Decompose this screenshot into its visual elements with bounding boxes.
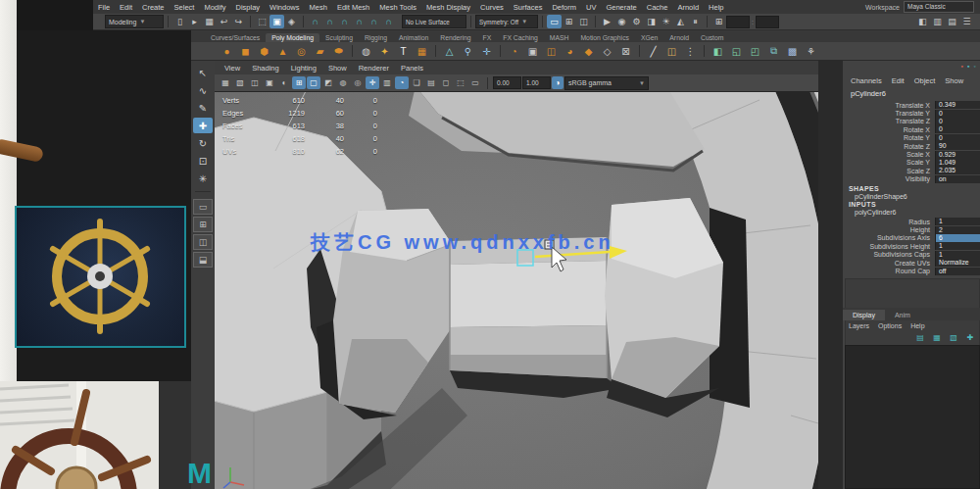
poly-disc-icon[interactable]: ⬬ <box>330 43 347 59</box>
shelf-tab[interactable]: FX <box>477 33 498 42</box>
channel-rotate-y[interactable]: Rotate Y 0 <box>843 134 980 142</box>
channel-scale-y[interactable]: Scale Y 1.049 <box>843 159 980 167</box>
symmetry-dropdown[interactable]: Symmetry: Off▼ <box>475 15 538 28</box>
open-scene-icon[interactable]: ▸ <box>187 15 202 28</box>
snap-to-grid-icon[interactable]: ∩ <box>308 15 322 28</box>
smooth-icon[interactable]: ◕ <box>562 43 578 59</box>
sculpt-mesh-icon[interactable]: ◰ <box>747 43 763 59</box>
poly-sphere-icon[interactable]: ● <box>219 43 235 59</box>
select-object-icon[interactable]: ▣ <box>270 15 284 28</box>
bridge-icon[interactable]: ◇ <box>599 43 615 59</box>
panel-menu-item[interactable]: Show <box>328 64 347 73</box>
reference-image-brass-wheel[interactable] <box>15 206 186 348</box>
lock-camera-icon[interactable]: ▧ <box>233 76 247 89</box>
channel-box-menu-item[interactable]: Channels <box>851 76 882 85</box>
select-component-icon[interactable]: ◈ <box>284 15 299 28</box>
motion-blur-icon[interactable]: ◔ <box>395 76 409 89</box>
channel-box-menu-item[interactable]: Object <box>914 76 936 85</box>
shape-node-name[interactable]: pCylinderShape6 <box>855 193 907 200</box>
poly-torus-icon[interactable]: ◎ <box>293 43 310 59</box>
channel-scale-z[interactable]: Scale Z 2.035 <box>843 167 980 174</box>
reference-image-wooden-wheel[interactable] <box>0 381 159 489</box>
shelf-tab[interactable]: Animation <box>393 33 434 42</box>
perspective-viewport[interactable]: Verts610400 Edges1219600 Faces613380 Tri… <box>215 92 818 489</box>
layer-list[interactable] <box>845 345 980 489</box>
menu-item[interactable]: Edit Mesh <box>332 3 374 12</box>
wireframe-icon[interactable]: ▢ <box>307 76 320 89</box>
shelf-tab[interactable]: Rigging <box>359 33 393 42</box>
channel-box-menu-item[interactable]: Edit <box>892 76 905 85</box>
channel-subdivisions-caps[interactable]: Subdivisions Caps 1 <box>843 251 980 259</box>
layout-four-pane[interactable]: ⊞ <box>193 217 213 232</box>
channel-box-menu-item[interactable]: Show <box>945 76 963 85</box>
selected-object-name[interactable]: pCylinder6 <box>851 89 886 98</box>
move-layer-up-icon[interactable]: ▤ <box>914 332 926 343</box>
make-live-icon[interactable]: ∩ <box>381 15 396 28</box>
gamma-field[interactable]: 1.00 <box>522 76 551 89</box>
channel-rotate-x[interactable]: Rotate X 0 <box>843 125 980 133</box>
channel-height[interactable]: Height 2 <box>843 225 980 233</box>
poly-cylinder-icon[interactable]: ⬢ <box>256 43 272 59</box>
layout-persp-outliner[interactable]: ⬓ <box>193 252 213 268</box>
separate-icon[interactable]: ◫ <box>543 43 560 59</box>
menu-set-dropdown[interactable]: Modeling▼ <box>105 15 164 28</box>
select-tool[interactable]: ↖ <box>193 65 213 80</box>
boolean-union-icon[interactable]: ◔ <box>506 43 522 59</box>
undo-icon[interactable]: ↩ <box>217 15 231 28</box>
arnold-render-icon[interactable]: ◭ <box>673 15 688 28</box>
layer-editor-menu-item[interactable]: Layers <box>849 322 869 329</box>
select-camera-icon[interactable]: ▦ <box>219 76 232 89</box>
last-tool-used[interactable]: ✳ <box>193 171 213 186</box>
channel-translate-y[interactable]: Translate Y 0 <box>843 109 980 117</box>
select-hierarchy-icon[interactable]: ⬚ <box>255 15 270 28</box>
tool-settings-toggle-icon[interactable]: ▥ <box>930 15 945 28</box>
channel-radius[interactable]: Radius 1 <box>843 218 980 225</box>
layer-editor-menu-item[interactable]: Options <box>878 322 902 329</box>
svg-tool-icon[interactable]: ▦ <box>414 43 430 59</box>
redo-icon[interactable]: ↪ <box>231 15 246 28</box>
snap-to-curve-icon[interactable]: ∩ <box>322 15 337 28</box>
channel-box-toggle-icon[interactable]: ▤ <box>945 15 959 28</box>
shelf-tab[interactable]: Custom <box>695 33 729 42</box>
quad-draw-2-icon[interactable]: ◱ <box>728 43 745 59</box>
panel-menu-item[interactable]: Panels <box>401 64 423 73</box>
scale-tool[interactable]: ⊡ <box>193 153 213 169</box>
panel-menu-item[interactable]: Shading <box>252 64 279 73</box>
shelf-tab[interactable]: Poly Modeling <box>266 33 319 42</box>
menu-item[interactable]: Edit <box>115 3 137 12</box>
shelf-tab[interactable]: FX Caching <box>497 33 544 42</box>
pan-zoom-icon[interactable]: ⊞ <box>292 76 306 89</box>
snap-to-view-plane-icon[interactable]: ∩ <box>367 15 381 28</box>
layout-two-pane[interactable]: ◫ <box>193 234 213 250</box>
layout-single-pane[interactable]: ▭ <box>193 199 213 215</box>
screen-ao-icon[interactable]: ▥ <box>380 76 394 89</box>
camera-attributes-icon[interactable]: ◫ <box>248 76 262 89</box>
shelf-tab[interactable]: Sculpting <box>319 33 359 42</box>
extrude-icon[interactable]: ⊠ <box>617 43 634 59</box>
workspace-dropdown[interactable]: Maya Classic <box>904 1 974 13</box>
lasso-tool[interactable]: ∿ <box>193 82 213 98</box>
save-scene-icon[interactable]: ▦ <box>202 15 217 28</box>
shelf-tab[interactable]: XGen <box>635 33 663 42</box>
shelf-tab[interactable]: MASH <box>544 33 575 42</box>
channel-translate-x[interactable]: Translate X 0.349 <box>843 101 980 109</box>
type-tool-icon[interactable]: T <box>395 43 412 59</box>
pin-icon[interactable]: ◦ <box>974 63 976 70</box>
wheel-spoke[interactable] <box>450 237 620 398</box>
construction-plane-icon[interactable]: △ <box>441 43 458 59</box>
layer-editor-tab[interactable]: Anim <box>885 310 920 320</box>
input-node-name[interactable]: polyCylinder6 <box>855 209 896 216</box>
menu-item[interactable]: Mesh Tools <box>374 3 421 12</box>
four-pane-icon[interactable]: ⊞ <box>562 15 576 28</box>
render-view-icon[interactable]: ▶ <box>600 15 614 28</box>
shelf-tab[interactable]: Rendering <box>434 33 476 42</box>
combine-icon[interactable]: ▣ <box>524 43 541 59</box>
menu-item[interactable]: Generate <box>601 3 641 12</box>
panel-divider[interactable] <box>818 61 843 489</box>
menu-item[interactable]: Create <box>137 3 170 12</box>
offset-edge-loop-icon[interactable]: ⋮ <box>682 43 699 59</box>
exposure-field[interactable]: 0.00 <box>493 76 521 89</box>
attribute-editor-toggle-icon[interactable]: ◧ <box>915 15 930 28</box>
rotate-tool[interactable]: ↻ <box>193 135 213 151</box>
menu-item[interactable]: Curves <box>475 3 509 12</box>
